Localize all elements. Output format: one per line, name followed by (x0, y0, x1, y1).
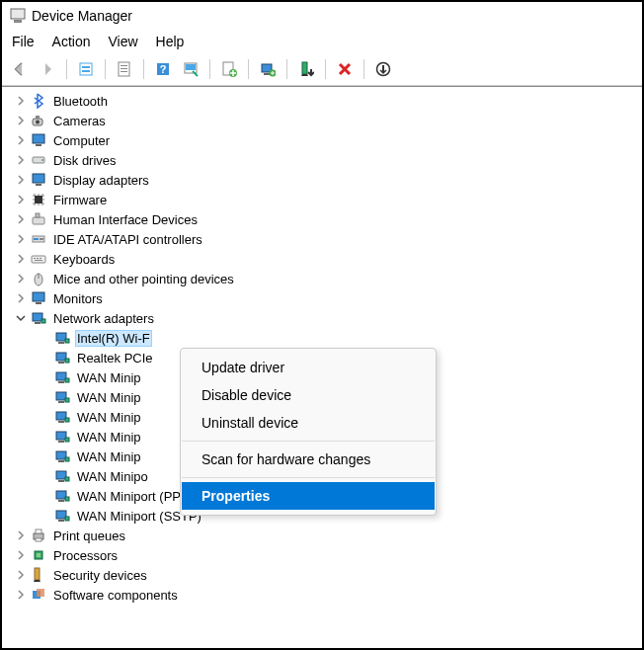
tree-category[interactable]: Mice and other pointing devices (14, 269, 642, 288)
ctx-properties[interactable]: Properties (182, 482, 435, 510)
chevron-right-icon[interactable] (14, 568, 28, 582)
scan-hardware-button[interactable] (179, 57, 202, 81)
tree-category[interactable]: Firmware (14, 190, 642, 209)
svg-point-21 (36, 121, 40, 124)
chevron-right-icon[interactable] (14, 272, 28, 285)
menu-file[interactable]: File (12, 34, 35, 49)
category-label: Security devices (51, 568, 149, 583)
category-label: Firmware (51, 193, 109, 207)
category-label: Mice and other pointing devices (51, 272, 236, 286)
help-button[interactable]: ? (151, 57, 175, 81)
update-driver-button[interactable] (217, 57, 241, 81)
tree-category[interactable]: Network adapters (14, 308, 642, 328)
svg-rect-29 (35, 196, 42, 203)
chevron-right-icon[interactable] (14, 252, 28, 266)
keyboard-icon (30, 251, 47, 267)
svg-rect-69 (58, 480, 64, 482)
enable-button[interactable] (256, 57, 280, 81)
tree-category[interactable]: Bluetooth (14, 91, 642, 111)
category-label: Software components (51, 588, 180, 603)
camera-icon (30, 113, 47, 128)
svg-rect-60 (58, 421, 64, 423)
svg-rect-78 (36, 529, 41, 533)
chevron-right-icon[interactable] (14, 114, 28, 127)
tree-category[interactable]: Monitors (14, 288, 642, 308)
svg-rect-81 (37, 553, 40, 557)
tree-category[interactable]: Display adapters (14, 170, 642, 190)
svg-rect-2 (80, 63, 92, 75)
chevron-right-icon[interactable] (14, 153, 28, 167)
chevron-right-icon[interactable] (14, 528, 28, 542)
svg-rect-23 (33, 134, 44, 143)
svg-rect-0 (11, 9, 25, 19)
ctx-separator (182, 441, 435, 442)
ctx-scan-hardware[interactable]: Scan for hardware changes (182, 446, 435, 473)
svg-rect-54 (58, 381, 64, 383)
netadapter-icon (30, 310, 47, 326)
svg-rect-33 (34, 238, 39, 240)
show-hidden-button[interactable] (74, 57, 98, 81)
uninstall-button[interactable] (333, 57, 357, 81)
chevron-down-icon[interactable] (14, 311, 28, 325)
category-label: Network adapters (51, 311, 156, 326)
properties-button[interactable] (113, 57, 136, 81)
software-icon (30, 587, 47, 603)
title-bar: Device Manager (2, 2, 642, 30)
svg-rect-42 (33, 292, 44, 301)
svg-point-26 (41, 159, 43, 161)
tree-category[interactable]: IDE ATA/ATAPI controllers (14, 229, 642, 249)
chevron-right-icon[interactable] (14, 291, 28, 305)
category-label: Display adapters (51, 173, 151, 188)
device-label: WAN Minipo (75, 469, 150, 484)
tree-device[interactable]: Intel(R) Wi-F (38, 328, 642, 348)
tree-category[interactable]: Processors (14, 545, 642, 565)
svg-rect-46 (41, 319, 45, 323)
netadapter-icon (53, 488, 71, 504)
svg-rect-27 (33, 174, 44, 183)
device-label: Realtek PCIe (75, 351, 155, 366)
svg-rect-48 (58, 342, 64, 344)
chevron-right-icon[interactable] (14, 588, 28, 602)
monitor-icon (30, 132, 47, 148)
ctx-disable-device[interactable]: Disable device (182, 381, 435, 409)
chevron-right-icon[interactable] (14, 133, 28, 147)
tree-category[interactable]: Security devices (14, 565, 642, 585)
svg-rect-7 (121, 68, 127, 69)
device-label: WAN Minip (75, 430, 143, 445)
disable-button[interactable] (294, 57, 318, 81)
tree-category[interactable]: Keyboards (14, 249, 642, 269)
tree-category[interactable]: Human Interface Devices (14, 209, 642, 229)
back-button[interactable] (8, 57, 32, 81)
chevron-right-icon[interactable] (14, 212, 28, 226)
svg-rect-67 (65, 457, 69, 461)
category-label: Bluetooth (51, 94, 110, 109)
menu-action[interactable]: Action (52, 34, 91, 49)
svg-rect-35 (32, 256, 45, 263)
ctx-update-driver[interactable]: Update driver (182, 354, 435, 381)
tree-category[interactable]: Computer (14, 130, 642, 150)
ctx-uninstall-device[interactable]: Uninstall device (182, 409, 435, 437)
menu-view[interactable]: View (108, 34, 137, 49)
svg-rect-8 (121, 71, 127, 72)
category-label: IDE ATA/ATAPI controllers (51, 232, 204, 247)
svg-rect-1 (14, 20, 22, 23)
tree-category[interactable]: Print queues (14, 526, 642, 545)
chevron-right-icon[interactable] (14, 94, 28, 108)
menu-help[interactable]: Help (156, 34, 185, 49)
chevron-right-icon[interactable] (14, 193, 28, 206)
netadapter-icon (53, 330, 71, 346)
tree-category[interactable]: Disk drives (14, 150, 642, 170)
chevron-right-icon[interactable] (14, 232, 28, 246)
forward-button[interactable] (36, 57, 59, 81)
svg-rect-4 (82, 70, 90, 72)
svg-text:?: ? (160, 63, 167, 75)
chevron-right-icon[interactable] (14, 548, 28, 562)
chevron-right-icon[interactable] (14, 173, 28, 187)
add-legacy-button[interactable] (371, 57, 395, 81)
device-tree[interactable]: BluetoothCamerasComputerDisk drivesDispl… (2, 86, 642, 627)
device-label: WAN Minip (75, 370, 143, 385)
tree-category[interactable]: Software components (14, 585, 642, 605)
disk-icon (30, 152, 47, 168)
tree-category[interactable]: Cameras (14, 111, 642, 130)
svg-rect-6 (121, 65, 127, 66)
